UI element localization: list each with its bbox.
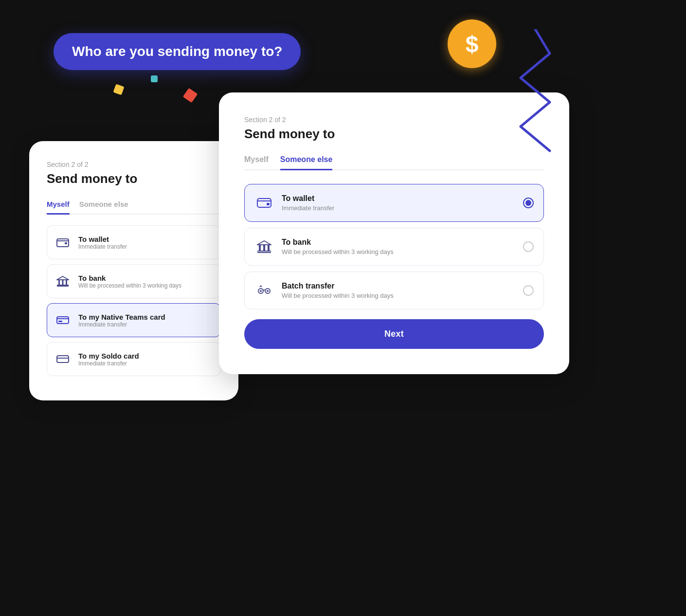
front-tab-someoneelse[interactable]: Someone else bbox=[280, 155, 333, 170]
back-wallet-title: To wallet bbox=[78, 235, 127, 243]
front-wallet-title: To wallet bbox=[282, 194, 523, 203]
svg-rect-17 bbox=[268, 245, 270, 251]
svg-rect-3 bbox=[58, 280, 60, 285]
confetti-yellow bbox=[113, 84, 124, 95]
front-bank-icon bbox=[254, 237, 274, 256]
confetti-teal bbox=[151, 75, 158, 82]
svg-rect-5 bbox=[66, 280, 67, 285]
back-option-bank[interactable]: To bank Will be processed within 3 worki… bbox=[47, 264, 221, 298]
back-option-native-card[interactable]: To my Native Teams card Immediate transf… bbox=[47, 303, 221, 337]
back-tab-someoneelse[interactable]: Someone else bbox=[79, 200, 128, 215]
back-bank-subtitle: Will be processed within 3 working days bbox=[78, 282, 181, 289]
back-native-subtitle: Immediate transfer bbox=[78, 321, 165, 328]
back-option-soldo[interactable]: To my Soldo card Immediate transfer bbox=[47, 342, 221, 376]
back-section-label: Section 2 of 2 bbox=[47, 161, 221, 168]
back-tab-myself[interactable]: Myself bbox=[47, 200, 70, 215]
svg-rect-12 bbox=[257, 199, 271, 207]
svg-rect-16 bbox=[263, 245, 265, 251]
back-card: Section 2 of 2 Send money to Myself Some… bbox=[29, 141, 238, 400]
scene: Who are you sending money to? $ Section … bbox=[0, 0, 686, 616]
back-bank-title: To bank bbox=[78, 274, 181, 282]
confetti-red bbox=[183, 88, 198, 103]
back-soldo-subtitle: Immediate transfer bbox=[78, 360, 139, 367]
front-batch-subtitle: Will be processed within 3 working days bbox=[282, 292, 523, 299]
next-button[interactable]: Next bbox=[244, 319, 544, 349]
back-tabs: Myself Someone else bbox=[47, 200, 221, 215]
front-bank-subtitle: Will be processed within 3 working days bbox=[282, 248, 523, 255]
back-option-wallet[interactable]: To wallet Immediate transfer bbox=[47, 225, 221, 259]
front-option-batch[interactable]: Batch transfer Will be processed within … bbox=[244, 272, 544, 309]
front-tabs: Myself Someone else bbox=[244, 155, 544, 170]
tooltip-text: Who are you sending money to? bbox=[72, 44, 282, 59]
front-wallet-subtitle: Immediate transfer bbox=[282, 204, 523, 212]
tooltip-bubble: Who are you sending money to? bbox=[54, 33, 301, 70]
back-card-title: Send money to bbox=[47, 171, 221, 186]
svg-rect-15 bbox=[259, 245, 261, 251]
native-card-icon bbox=[54, 311, 72, 329]
svg-marker-2 bbox=[57, 276, 69, 280]
svg-marker-14 bbox=[257, 241, 271, 245]
front-batch-radio[interactable] bbox=[523, 285, 534, 296]
front-batch-title: Batch transfer bbox=[282, 282, 523, 290]
svg-point-22 bbox=[260, 290, 262, 292]
svg-rect-1 bbox=[65, 242, 67, 244]
front-wallet-radio[interactable] bbox=[523, 198, 534, 208]
front-bank-radio[interactable] bbox=[523, 241, 534, 252]
front-section-label: Section 2 of 2 bbox=[244, 116, 544, 124]
front-bank-title: To bank bbox=[282, 238, 523, 247]
front-tab-myself[interactable]: Myself bbox=[244, 155, 269, 170]
front-card-title: Send money to bbox=[244, 127, 544, 142]
back-native-title: To my Native Teams card bbox=[78, 313, 165, 321]
svg-rect-9 bbox=[58, 321, 62, 322]
svg-rect-8 bbox=[57, 317, 69, 324]
front-option-bank[interactable]: To bank Will be processed within 3 worki… bbox=[244, 228, 544, 266]
front-option-wallet[interactable]: To wallet Immediate transfer bbox=[244, 184, 544, 222]
back-wallet-subtitle: Immediate transfer bbox=[78, 243, 127, 250]
bank-icon bbox=[54, 272, 72, 290]
wallet-icon bbox=[54, 234, 72, 251]
front-wallet-icon bbox=[254, 193, 274, 213]
zigzag-decoration bbox=[516, 29, 555, 165]
front-batch-icon bbox=[254, 281, 274, 300]
svg-rect-4 bbox=[62, 280, 64, 285]
back-soldo-title: To my Soldo card bbox=[78, 352, 139, 360]
svg-rect-13 bbox=[267, 203, 270, 205]
coin-icon: $ bbox=[448, 19, 496, 68]
soldo-card-icon bbox=[54, 350, 72, 368]
svg-point-23 bbox=[267, 290, 269, 292]
svg-rect-10 bbox=[57, 356, 69, 362]
